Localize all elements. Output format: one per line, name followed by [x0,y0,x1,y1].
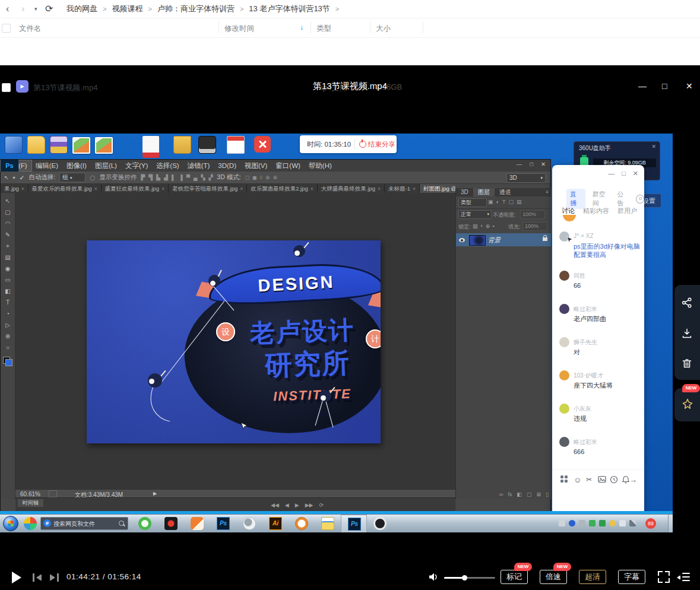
previous-button[interactable] [33,573,46,582]
speed-button[interactable]: 倍速 [540,570,567,584]
lock-icons: ▨+⊕▪ [473,223,495,229]
blend-mode-dropdown: 正常 ▾ [458,210,492,219]
screen: ‹ › ▾ ⟳ 我的网盘>视频课程>卢帅：商业字体特训营>13 老卢字体特训营1… [0,0,700,590]
file-row[interactable]: ▶ 第13节课视频.mp4 mp4文件 2.16GB [0,37,700,63]
ps-menu-item: 视图(V) [240,160,271,171]
breadcrumb-item[interactable]: 视频课程 [112,4,142,13]
tool-icon: ◠ [5,218,11,229]
volume-slider[interactable] [444,577,495,579]
tab-close-icon: × [19,186,24,192]
ps-menu-item: 编辑(E) [31,160,62,171]
quality-button[interactable]: 超清 [579,570,606,584]
image-icon [598,475,606,483]
layer-name: 背景 [488,236,501,245]
back-icon[interactable]: ‹ [6,0,9,18]
chat-subtab: 精彩内容 [583,207,609,215]
avatar [559,404,569,414]
subtitle-button[interactable]: 字幕 [618,570,645,584]
tool-icon: ◧ [5,286,10,297]
tray-icon [559,520,565,526]
scrolled-avatar [563,215,576,221]
tab-close-icon: × [410,186,416,192]
message-user: 狮子先生 [574,338,597,347]
fullscreen-icon[interactable] [658,571,670,583]
climber-character-icon [293,245,305,257]
browser-e-icon: e [43,519,51,527]
ps-menu-item: 窗口(W) [271,160,305,171]
desktop-icon-folder2 [173,136,191,154]
auto-select-check-icon: ✓ [20,174,25,181]
ps-minimize-icon: — [517,161,522,167]
window-maximize-icon[interactable]: □ [662,80,667,92]
ps-close-icon: ✕ [541,161,546,167]
ps-canvas-area: DESIGN 老卢设计 研究所 INSTITUTE ESTD 2017 设 计 [15,193,455,489]
download-icon[interactable] [681,328,693,340]
player-title: 第13节课视频.mp4 [0,81,700,92]
tray-volume-icon [619,520,626,526]
column-type[interactable]: 类型 [316,24,331,34]
taskbar-app-clock [289,515,315,532]
desktop-icon-notebook [198,136,216,154]
message-user: 略过彩米 [574,438,597,446]
column-modified[interactable]: 修改时间 [224,24,254,34]
sort-down-icon[interactable]: ↓ [300,23,303,31]
message-user: 小灰灰 [574,405,591,413]
play-button[interactable] [12,572,21,583]
avatar [559,370,569,380]
column-size[interactable]: 大小 [376,24,391,34]
file-explorer: ‹ › ▾ ⟳ 我的网盘>视频课程>卢帅：商业字体特训营>13 老卢字体特训营1… [0,0,700,65]
column-name[interactable]: 文件名 [19,24,42,34]
show-transform-label: 显示变换控件 [99,173,137,182]
taskbar-app-misc [236,515,262,532]
timeline-tab: 时间轴 [18,499,43,507]
layer-row-background: 背景 [456,233,551,246]
forward-icon[interactable]: › [21,0,24,18]
avatar [559,271,569,281]
tray-help-icon [569,520,575,526]
message-text: 违规 [574,414,640,423]
desktop-icon-pdf-file [227,136,245,154]
message-user: 同胜 [574,272,585,280]
breadcrumb-item[interactable]: 我的网盘 [66,4,97,13]
tab-close-icon: × [308,186,313,192]
taskbar-search: e 搜索网页和文件 [40,517,128,530]
ps-tab-active: 封面图.jpg @ 60.6%(RGB/8)× [420,184,455,193]
taskbar-app-recorder [158,515,184,532]
layer-visibility-eye-icon [459,238,465,242]
layer-lock-icon [543,237,547,241]
breadcrumb-item[interactable]: 13 老卢字体特训营13节 [249,4,330,13]
chat-close-icon: ✕ [633,170,638,177]
breadcrumb-item[interactable]: 卢帅：商业字体特训营 [157,4,235,13]
chat-subtabs: 讨论精彩内容群用户 [562,207,637,215]
window-close-icon[interactable]: ✕ [686,80,693,92]
tool-icon: T [6,297,9,308]
usb-popup-title: 360U盘助手 [579,144,611,153]
ps-tab: 大牌盛典最终效果.jpg× [318,184,385,193]
ps-toolbox: ↖▢◠✎+▤◉▭◧T◔▷⊕○ [1,193,15,499]
ps-menu-item: 滤镜(T) [183,160,214,171]
ps-menu-item: 图层(L) [91,160,121,171]
pin-icon[interactable] [680,398,695,412]
refresh-icon[interactable]: ⟳ [45,0,53,18]
share-icon[interactable] [681,297,693,309]
transform-radio-icon: ◯ [90,175,95,180]
bell-icon [622,475,630,484]
volume-icon[interactable] [427,571,441,583]
tab-close-icon: × [237,186,243,192]
window-minimize-icon[interactable]: — [638,80,647,92]
mark-button[interactable]: 标记 [501,570,528,584]
playlist-icon[interactable] [677,573,690,582]
stop-share-label: 结束分享 [368,135,395,153]
align-icons: ▛▜▙▟▌▐▀▄▚▞ [141,175,213,180]
video-frame[interactable]: 时间: 01:35:10 结束分享 360U盘助手 ✕ 剩余空间: 9.09GB… [0,134,673,532]
next-button[interactable] [50,573,63,582]
breadcrumb-chevron-icon: > [235,5,249,12]
trash-icon[interactable] [681,357,693,369]
ps-tab: 未标题-1× [385,184,420,193]
history-caret-icon[interactable]: ▾ [34,0,37,18]
climber-character-icon [148,373,162,388]
select-all-checkbox[interactable] [2,24,11,33]
timeline-transport-icons: ◀◀◀▶▶▶⟳ [271,502,324,508]
system-tray [559,520,636,526]
tray-icon [579,520,585,526]
